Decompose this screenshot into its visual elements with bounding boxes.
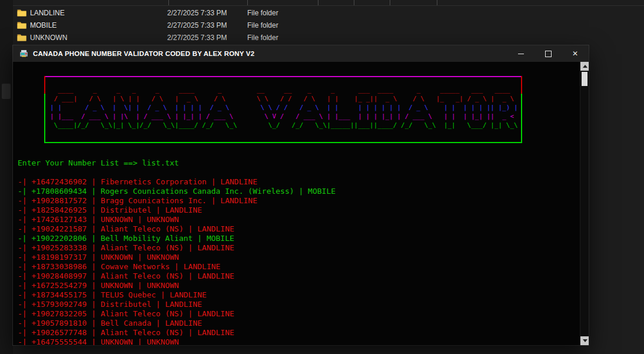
arrow-up-icon — [583, 65, 587, 68]
banner-border-right — [521, 76, 522, 94]
folder-name: LANDLINE — [30, 9, 65, 17]
scroll-up-button[interactable] — [580, 62, 589, 71]
result-line: -| +18734455175 | TELUS Quebec | LANDLIN… — [18, 290, 580, 300]
result-line: -| +16472436902 | Fibernetics Corporatio… — [18, 177, 580, 187]
item-type: File folder — [247, 34, 644, 42]
folder-icon — [17, 21, 26, 29]
result-line: -| +19027832205 | Aliant Teleco (NS) | L… — [18, 309, 580, 319]
maximize-button[interactable] — [535, 45, 562, 62]
explorer-sidebar-thumb[interactable] — [2, 84, 11, 99]
prompt-line: Enter Your Number List ==> list.txt — [18, 158, 580, 168]
result-line: -| +19022202806 | Bell Mobility Aliant |… — [18, 234, 580, 243]
maximize-icon — [545, 51, 552, 57]
result-line: -| +16725254279 | UNKNOWN | UNKNOWN — [18, 281, 580, 290]
banner-border-left — [44, 76, 45, 94]
minimize-icon — [518, 54, 524, 54]
arrow-down-icon — [583, 339, 587, 342]
close-icon: ✕ — [572, 50, 578, 57]
scroll-down-button[interactable] — [580, 336, 589, 345]
result-line: -| +18733038986 | Cowave Networks | LAND… — [18, 262, 580, 272]
result-line: -| +15793092749 | Distributel | LANDLINE — [18, 300, 580, 309]
result-line: -| +19026577748 | Aliant Teleco (NS) | L… — [18, 328, 580, 338]
date-modified: 2/27/2025 7:33 PM — [167, 21, 247, 29]
console-output: ____ _ _ _ _ ____ _ __ __ _ _ ___ ____ _… — [13, 62, 580, 345]
minimize-button[interactable] — [507, 45, 535, 62]
folder-icon — [17, 9, 26, 16]
date-modified: 2/27/2025 7:33 PM — [167, 9, 247, 17]
results-list: -| +16472436902 | Fibernetics Corporatio… — [13, 177, 580, 345]
result-line: -| +19057891810 | Bell Canada | LANDLINE — [18, 319, 580, 328]
folder-icon — [17, 34, 26, 41]
scrollbar[interactable] — [580, 62, 589, 345]
result-line: -| +16475555544 | UNKNOWN | UNKNOWN — [18, 338, 580, 345]
explorer-row[interactable]: LANDLINE 2/27/2025 7:33 PM File folder — [13, 6, 644, 19]
column-header-divider — [13, 5, 644, 6]
folder-name: MOBILE — [30, 21, 57, 29]
ascii-art-text: ____ _ _ _ _ ____ _ __ __ _ _ ___ ____ _… — [50, 85, 518, 130]
banner-border-bottom — [44, 142, 522, 143]
result-line: -| +19028408997 | Aliant Teleco (NS) | L… — [18, 272, 580, 281]
banner-border-left — [44, 94, 45, 143]
date-modified: 2/27/2025 7:33 PM — [167, 34, 247, 42]
item-type: File folder — [247, 21, 644, 29]
result-line: -| +18258426925 | Distributel | LANDLINE — [18, 206, 580, 215]
column-separator — [437, 0, 437, 5]
ascii-banner: ____ _ _ _ _ ____ _ __ __ _ _ ___ ____ _… — [44, 76, 522, 143]
folder-name: UNKNOWN — [30, 34, 67, 42]
explorer-left-rail — [0, 0, 13, 354]
column-separator — [390, 0, 390, 5]
title-bar[interactable]: CANADA PHONE NUMBER VALIDATOR CODED BY A… — [13, 45, 589, 62]
explorer-row[interactable]: UNKNOWN 2/27/2025 7:33 PM File folder — [13, 31, 644, 44]
item-type: File folder — [247, 9, 644, 17]
window-controls: ✕ — [507, 45, 589, 62]
console-window: CANADA PHONE NUMBER VALIDATOR CODED BY A… — [13, 45, 589, 345]
column-separator — [247, 0, 248, 5]
result-line: -| +19028817572 | Bragg Counications Inc… — [18, 196, 580, 206]
banner-border-right — [521, 94, 522, 143]
column-separator — [354, 0, 354, 5]
window-title: CANADA PHONE NUMBER VALIDATOR CODED BY A… — [33, 50, 254, 57]
close-button[interactable]: ✕ — [562, 45, 589, 62]
result-line: -| +19024221587 | Aliant Teleco (NS) | L… — [18, 224, 580, 234]
column-separator — [318, 0, 318, 5]
explorer-row[interactable]: MOBILE 2/27/2025 7:33 PM File folder — [13, 19, 644, 31]
banner-border-top — [44, 76, 522, 77]
result-line: -| +18198197317 | UNKNOWN | UNKNOWN — [18, 253, 580, 262]
result-line: -| +17808609434 | Rogers Counications Ca… — [18, 187, 580, 196]
result-line: -| +17426127143 | UNKNOWN | UNKNOWN — [18, 215, 580, 224]
result-line: -| +19025283338 | Aliant Teleco (NS) | L… — [18, 243, 580, 253]
app-icon[interactable] — [19, 49, 28, 58]
column-separator — [168, 0, 169, 5]
scroll-thumb[interactable] — [582, 72, 587, 86]
